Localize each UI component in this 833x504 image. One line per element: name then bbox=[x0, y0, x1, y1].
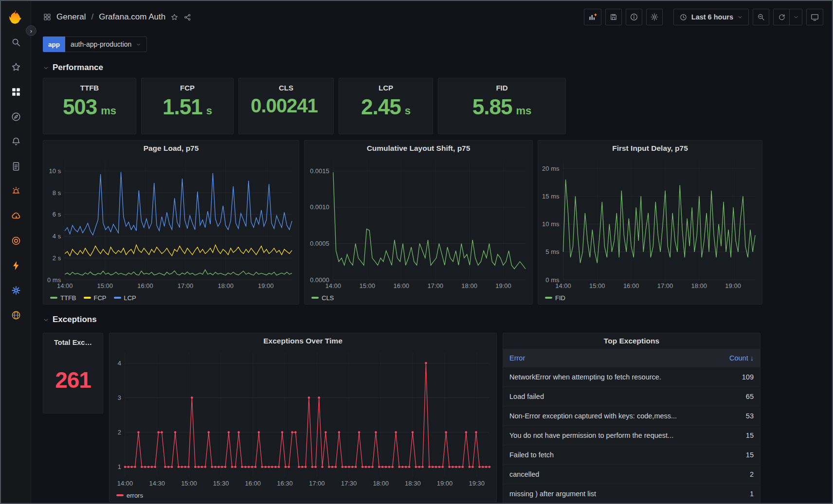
gear-icon bbox=[650, 13, 659, 21]
table-row[interactable]: missing ) after argument list1 bbox=[503, 484, 760, 504]
breadcrumb-section[interactable]: General bbox=[56, 12, 86, 22]
variable-value-dropdown[interactable]: auth-app-production bbox=[65, 36, 147, 52]
svg-text:10 s: 10 s bbox=[49, 167, 61, 175]
svg-text:17:00: 17:00 bbox=[309, 480, 325, 487]
legend-swatch bbox=[114, 297, 121, 299]
zoom-out-time-button[interactable] bbox=[753, 9, 769, 25]
sidebar-item-incident[interactable] bbox=[6, 206, 26, 226]
error-cell: Load failed bbox=[509, 393, 723, 400]
cloud-flame-icon bbox=[11, 211, 21, 221]
panel-title[interactable]: TTFB bbox=[80, 84, 99, 92]
page-load-chart: 14:0015:0016:0017:0018:0019:000 ms2 s4 s… bbox=[43, 156, 299, 291]
add-panel-icon bbox=[588, 12, 598, 22]
panel-title[interactable]: FCP bbox=[180, 84, 195, 92]
sidebar-item-dashboards[interactable] bbox=[6, 82, 26, 102]
svg-text:15:00: 15:00 bbox=[359, 282, 375, 289]
sidebar-item-k6[interactable] bbox=[6, 256, 26, 275]
row-toggle-exceptions[interactable]: Exceptions bbox=[43, 311, 97, 328]
breadcrumb: General / Grafana.com Auth bbox=[43, 12, 192, 22]
sidebar-item-explore[interactable] bbox=[6, 107, 26, 126]
sidebar-item-documents[interactable] bbox=[6, 157, 26, 176]
panel-title[interactable]: FID bbox=[496, 84, 507, 92]
dashboard-header: General / Grafana.com Auth bbox=[31, 1, 832, 33]
panel-title[interactable]: LCP bbox=[379, 84, 393, 92]
dashboard-info-button[interactable] bbox=[626, 9, 642, 25]
legend-item-cls[interactable]: CLS bbox=[311, 294, 334, 302]
row-toggle-performance[interactable]: Performance bbox=[43, 59, 103, 76]
refresh-interval-dropdown[interactable] bbox=[790, 9, 802, 25]
time-range-picker[interactable]: Last 6 hours bbox=[673, 9, 749, 25]
sidebar bbox=[1, 1, 31, 503]
table-row[interactable]: Non-Error exception captured with keys: … bbox=[503, 406, 760, 426]
panel-title[interactable]: First Input Delay, p75 bbox=[538, 141, 762, 156]
error-cell: Non-Error exception captured with keys: … bbox=[509, 412, 723, 420]
page-title[interactable]: Grafana.com Auth bbox=[99, 12, 165, 22]
sidebar-item-search[interactable] bbox=[6, 33, 26, 52]
table-row[interactable]: Failed to fetch15 bbox=[503, 445, 760, 465]
legend-swatch bbox=[311, 297, 319, 299]
sidebar-item-alerting[interactable] bbox=[6, 132, 26, 151]
panel-title[interactable]: Total Exc… bbox=[54, 339, 92, 346]
column-header-count[interactable]: Count ↓ bbox=[723, 354, 754, 362]
favorite-star-icon[interactable] bbox=[170, 13, 179, 21]
dashboard-settings-button[interactable] bbox=[646, 9, 663, 25]
timeseries-panel-row: Page Load, p75 14:0015:0016:0017:0018:00… bbox=[43, 140, 820, 305]
chart-legend: CLS bbox=[305, 291, 532, 304]
refresh-button[interactable] bbox=[773, 9, 790, 25]
exceptions-panel-row: Total Exc… 261 Exceptions Over Time 14:0… bbox=[43, 333, 820, 504]
grafana-logo[interactable] bbox=[6, 8, 26, 27]
panel-title[interactable]: Cumulative Layout Shift, p75 bbox=[305, 141, 532, 156]
collapse-chevron-icon bbox=[43, 317, 49, 323]
stat-panel-row: TTFB 503ms FCP 1.51s CLS 0.00241 bbox=[43, 78, 820, 134]
table-row[interactable]: NetworkError when attempting to fetch re… bbox=[503, 367, 760, 387]
panel-title[interactable]: Exceptions Over Time bbox=[109, 333, 496, 349]
time-range-label: Last 6 hours bbox=[691, 13, 733, 21]
legend-item-errors[interactable]: errors bbox=[116, 492, 143, 499]
chevron-down-icon bbox=[136, 42, 141, 47]
legend-item-fid[interactable]: FID bbox=[545, 294, 565, 302]
svg-text:19:00: 19:00 bbox=[437, 480, 453, 487]
blue-asterisk-icon bbox=[11, 285, 21, 296]
sidebar-expand-button[interactable]: › bbox=[26, 25, 36, 36]
table-row[interactable]: cancelled2 bbox=[503, 465, 760, 484]
svg-text:16:30: 16:30 bbox=[277, 480, 293, 487]
panel-fid-timeseries: First Input Delay, p75 14:0015:0016:0017… bbox=[538, 140, 762, 305]
svg-text:0.0015: 0.0015 bbox=[310, 167, 329, 175]
sidebar-item-oncall[interactable] bbox=[6, 181, 26, 201]
svg-text:15:00: 15:00 bbox=[589, 282, 605, 289]
svg-text:20 ms: 20 ms bbox=[542, 165, 560, 172]
sidebar-item-synthetics[interactable] bbox=[6, 281, 26, 300]
kiosk-mode-button[interactable] bbox=[806, 9, 823, 25]
panel-title[interactable]: Top Exceptions bbox=[503, 333, 760, 349]
svg-text:4: 4 bbox=[118, 360, 121, 367]
header-actions: Last 6 hours bbox=[584, 9, 823, 25]
refresh-icon bbox=[778, 13, 786, 21]
panel-lcp: LCP 2.45s bbox=[339, 78, 433, 134]
dashboard-submenu: app auth-app-production bbox=[31, 33, 832, 55]
svg-text:18:30: 18:30 bbox=[405, 480, 421, 487]
add-panel-button[interactable] bbox=[584, 9, 601, 25]
sidebar-item-slo[interactable] bbox=[6, 231, 26, 251]
table-row[interactable]: Load failed65 bbox=[503, 387, 760, 406]
stat-value: 0.00241 bbox=[251, 93, 322, 134]
legend-item-ttfb[interactable]: TTFB bbox=[50, 294, 76, 302]
share-icon[interactable] bbox=[183, 13, 192, 21]
panel-title[interactable]: CLS bbox=[279, 84, 293, 92]
panel-ttfb: TTFB 503ms bbox=[43, 78, 136, 134]
svg-text:6 s: 6 s bbox=[53, 211, 61, 218]
dashboards-grid-icon bbox=[11, 87, 21, 97]
top-exceptions-body: NetworkError when attempting to fetch re… bbox=[503, 367, 760, 504]
svg-text:0 ms: 0 ms bbox=[47, 276, 61, 284]
sidebar-item-web-monitoring[interactable] bbox=[6, 306, 26, 325]
sidebar-item-starred[interactable] bbox=[6, 57, 26, 77]
table-row[interactable]: You do not have permission to perform th… bbox=[503, 426, 760, 445]
panel-title[interactable]: Page Load, p75 bbox=[43, 141, 299, 156]
column-header-error[interactable]: Error bbox=[509, 354, 723, 362]
globe-icon bbox=[11, 310, 21, 321]
svg-text:16:00: 16:00 bbox=[245, 480, 261, 487]
legend-item-lcp[interactable]: LCP bbox=[114, 294, 136, 302]
legend-item-fcp[interactable]: FCP bbox=[84, 294, 107, 302]
save-dashboard-button[interactable] bbox=[605, 9, 622, 25]
dashboard-content: Performance TTFB 503ms FCP 1.51s CL bbox=[31, 55, 832, 503]
main-area: General / Grafana.com Auth bbox=[31, 1, 832, 503]
